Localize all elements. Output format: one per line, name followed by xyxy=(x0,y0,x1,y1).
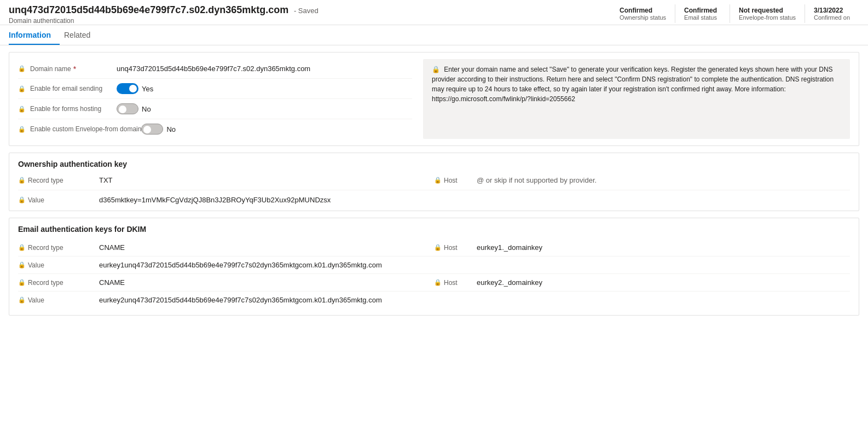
status-desc-0: Ownership status xyxy=(620,14,666,21)
domain-name-value: unq473d72015d5d44b5b69e4e799f7c7.s02.dyn… xyxy=(117,65,310,73)
status-label-0: Confirmed xyxy=(620,7,666,14)
ownership-host-label: Host xyxy=(444,177,477,184)
required-star: * xyxy=(73,65,76,73)
status-area: ConfirmedOwnership statusConfirmedEmail … xyxy=(611,4,859,23)
tab-related[interactable]: Related xyxy=(64,25,99,45)
dkim-1-record-type-cell: 🔒 Record type CNAME xyxy=(18,243,434,252)
status-desc-3: Confirmed on xyxy=(814,14,850,21)
page-header: unq473d72015d5d44b5b69e4e799f7c7.s02.dyn… xyxy=(9,4,319,25)
lock-icon-dkim1-host: 🔒 xyxy=(434,244,442,251)
lock-icon-dkim2-host: 🔒 xyxy=(434,279,442,286)
ownership-host-value: @ or skip if not supported by provider. xyxy=(477,176,597,184)
top-bar: unq473d72015d5d44b5b69e4e799f7c7.s02.dyn… xyxy=(0,0,868,25)
lock-icon-record-type: 🔒 xyxy=(18,177,26,184)
toggle-thumb-forms xyxy=(119,106,126,113)
tabs-bar: Information Related xyxy=(0,25,868,45)
ownership-title: Ownership authentication key xyxy=(18,160,850,168)
domain-name-row: 🔒 Domain name * unq473d72015d5d44b5b69e4… xyxy=(18,59,412,79)
tab-information[interactable]: Information xyxy=(9,25,60,45)
status-label-2: Not requested xyxy=(739,7,796,14)
dkim-row-1: 🔒 Record type CNAME 🔒 Host eurkey1._doma… xyxy=(18,239,850,274)
lock-icon-domain: 🔒 xyxy=(18,65,26,72)
status-item-1: ConfirmedEmail status xyxy=(675,4,730,23)
page-title: unq473d72015d5d44b5b69e4e799f7c7.s02.dyn… xyxy=(9,4,288,15)
enable-custom-toggle-label: No xyxy=(166,125,176,133)
toggle-track-forms[interactable] xyxy=(117,103,138,114)
dkim-1-value-label: Value xyxy=(28,261,99,269)
ownership-host-cell: 🔒 Host @ or skip if not supported by pro… xyxy=(434,176,850,184)
dkim-2-host-value: eurkey2._domainkey xyxy=(477,278,542,287)
status-label-1: Confirmed xyxy=(684,7,721,14)
dkim-1-host-cell: 🔒 Host eurkey1._domainkey xyxy=(434,243,850,252)
dkim-1-value-value: eurkey1unq473d72015d5d44b5b69e4e799f7c7s… xyxy=(99,261,382,269)
dkim-1-host-value: eurkey1._domainkey xyxy=(477,243,542,252)
domain-name-label: 🔒 Domain name * xyxy=(18,65,117,73)
info-left-panel: 🔒 Domain name * unq473d72015d5d44b5b69e4… xyxy=(18,59,423,139)
ownership-card: Ownership authentication key 🔒 Record ty… xyxy=(9,153,859,211)
dkim-row-2: 🔒 Record type CNAME 🔒 Host eurkey2._doma… xyxy=(18,274,850,308)
info-panel-text: Enter your domain name and select "Save"… xyxy=(432,66,834,103)
lock-icon-dkim1-val: 🔒 xyxy=(18,261,26,269)
lock-icon-dkim2-val: 🔒 xyxy=(18,296,26,304)
status-item-2: Not requestedEnvelope-from status xyxy=(730,4,805,23)
dkim-1-type-host: 🔒 Record type CNAME 🔒 Host eurkey1._doma… xyxy=(18,239,850,257)
enable-forms-toggle-label: No xyxy=(142,105,151,113)
dkim-2-value-value: eurkey2unq473d72015d5d44b5b69e4e799f7c7s… xyxy=(99,296,382,304)
dkim-2-type-host: 🔒 Record type CNAME 🔒 Host eurkey2._doma… xyxy=(18,274,850,292)
info-panel-lock-icon: 🔒 xyxy=(432,66,440,73)
toggle-thumb-email xyxy=(129,85,137,92)
toggle-track-custom[interactable] xyxy=(141,124,163,135)
enable-email-toggle[interactable]: Yes xyxy=(117,83,153,94)
enable-email-label: 🔒 Enable for email sending xyxy=(18,85,117,92)
ownership-value-row: 🔒 Value d365mktkey=1mVMkFCgVdzjQJ8Bn3J2B… xyxy=(18,190,850,204)
ownership-type-host-row: 🔒 Record type TXT 🔒 Host @ or skip if no… xyxy=(18,174,850,190)
dkim-1-record-type-value: CNAME xyxy=(99,243,125,252)
ownership-value-label: Value xyxy=(28,196,99,204)
toggle-track-email[interactable] xyxy=(117,83,138,94)
status-item-0: ConfirmedOwnership status xyxy=(611,4,675,23)
status-desc-2: Envelope-from status xyxy=(739,14,796,21)
lock-icon-dkim2-type: 🔒 xyxy=(18,279,26,286)
ownership-record-type-label: Record type xyxy=(28,177,99,184)
page-subtitle: Domain authentication xyxy=(9,17,319,25)
lock-icon-dkim1-type: 🔒 xyxy=(18,244,26,251)
lock-icon-forms: 🔒 xyxy=(18,106,26,113)
enable-forms-row: 🔒 Enable for forms hosting No xyxy=(18,99,412,119)
content-area: 🔒 Domain name * unq473d72015d5d44b5b69e4… xyxy=(0,45,868,329)
info-card-body: 🔒 Domain name * unq473d72015d5d44b5b69e4… xyxy=(9,53,859,145)
dkim-2-record-type-label: Record type xyxy=(28,279,99,287)
status-label-3: 3/13/2022 xyxy=(814,7,850,14)
saved-badge: - Saved xyxy=(294,7,319,15)
enable-forms-toggle[interactable]: No xyxy=(117,103,151,114)
enable-custom-label: 🔒 Enable custom Envelope-from domain xyxy=(18,125,141,133)
dkim-2-value-label: Value xyxy=(28,296,99,304)
lock-icon-custom: 🔒 xyxy=(18,126,26,133)
lock-icon-host: 🔒 xyxy=(434,177,442,184)
info-right-panel: 🔒 Enter your domain name and select "Sav… xyxy=(423,59,850,139)
dkim-1-value-row: 🔒 Value eurkey1unq473d72015d5d44b5b69e4e… xyxy=(18,257,850,273)
enable-custom-row: 🔒 Enable custom Envelope-from domain No xyxy=(18,119,412,139)
ownership-record-type-value: TXT xyxy=(99,176,113,184)
ownership-section: Ownership authentication key 🔒 Record ty… xyxy=(9,153,859,211)
dkim-2-host-label: Host xyxy=(444,279,477,287)
dkim-section: Email authentication keys for DKIM 🔒 Rec… xyxy=(9,218,859,315)
lock-icon-value: 🔒 xyxy=(18,196,26,203)
dkim-2-record-type-cell: 🔒 Record type CNAME xyxy=(18,278,434,287)
enable-email-row: 🔒 Enable for email sending Yes xyxy=(18,79,412,99)
toggle-thumb-custom xyxy=(143,126,151,133)
dkim-title: Email authentication keys for DKIM xyxy=(18,225,850,234)
dkim-2-host-cell: 🔒 Host eurkey2._domainkey xyxy=(434,278,850,287)
ownership-value-value: d365mktkey=1mVMkFCgVdzjQJ8Bn3J2BROyYqF3U… xyxy=(99,196,331,204)
enable-forms-label: 🔒 Enable for forms hosting xyxy=(18,105,117,113)
dkim-1-host-label: Host xyxy=(444,244,477,252)
dkim-1-record-type-label: Record type xyxy=(28,244,99,252)
enable-email-toggle-label: Yes xyxy=(142,85,153,93)
info-card: 🔒 Domain name * unq473d72015d5d44b5b69e4… xyxy=(9,52,859,146)
dkim-2-value-row: 🔒 Value eurkey2unq473d72015d5d44b5b69e4e… xyxy=(18,292,850,308)
page-title-row: unq473d72015d5d44b5b69e4e799f7c7.s02.dyn… xyxy=(9,4,319,16)
enable-custom-toggle[interactable]: No xyxy=(141,124,176,135)
dkim-2-record-type-value: CNAME xyxy=(99,278,125,287)
lock-icon-email: 🔒 xyxy=(18,85,26,92)
status-desc-1: Email status xyxy=(684,14,721,21)
ownership-record-type-cell: 🔒 Record type TXT xyxy=(18,176,434,184)
